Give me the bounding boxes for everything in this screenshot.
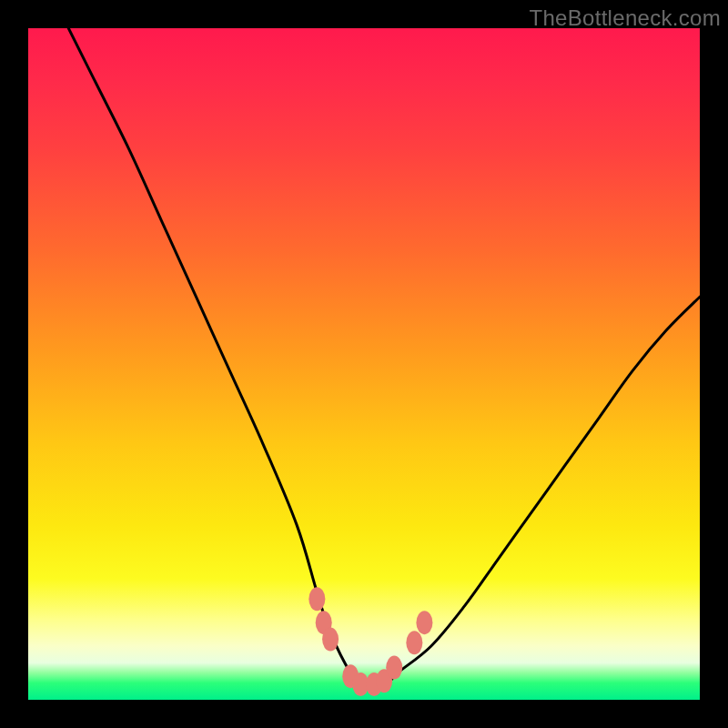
curve-marker [416,611,432,634]
curve-marker [386,656,402,680]
curve-marker [308,587,325,611]
plot-area [28,28,700,700]
chart-svg [28,28,700,700]
chart-frame: TheBottleneck.com [0,0,728,728]
bottleneck-curve [68,28,700,688]
watermark-text: TheBottleneck.com [529,5,721,31]
curve-marker [406,631,422,654]
curve-marker [322,628,339,652]
curve-markers [308,587,432,696]
